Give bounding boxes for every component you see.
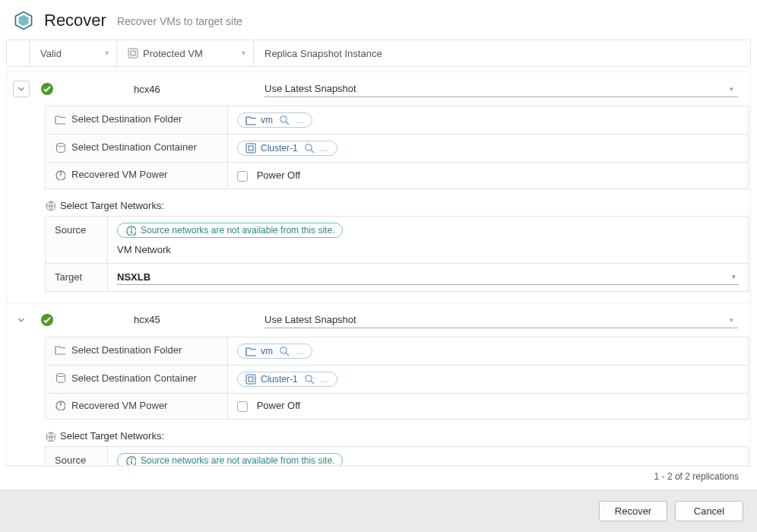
search-icon[interactable]: [279, 346, 290, 356]
info-icon: [125, 455, 136, 466]
power-off-checkbox[interactable]: [237, 401, 248, 412]
dialog-footer: Recover Cancel: [0, 489, 757, 532]
expand-toggle[interactable]: [13, 312, 30, 328]
source-network-info: Source networks are not available from t…: [117, 223, 343, 238]
chevron-down-icon: [16, 315, 27, 325]
datastore-icon: [55, 142, 65, 153]
power-icon: [55, 400, 65, 410]
vm-power-label: Recovered VM Power: [71, 400, 167, 411]
snapshot-value: Use Latest Snapshot: [264, 81, 738, 97]
status-ok-icon: [40, 313, 54, 327]
dest-folder-pill[interactable]: vm …: [237, 112, 312, 128]
net-source-label: Source: [46, 447, 108, 466]
power-icon: [55, 169, 65, 180]
cancel-button[interactable]: Cancel: [675, 501, 743, 521]
folder-icon: [55, 344, 65, 355]
source-network-info: Source networks are not available from t…: [117, 453, 343, 466]
dest-container-pill[interactable]: Cluster-1 …: [237, 141, 337, 156]
snapshot-value: Use Latest Snapshot: [264, 312, 738, 328]
vm-detail: Select Destination Folder vm … Select De…: [7, 106, 749, 302]
power-off-label: Power Off: [257, 400, 301, 411]
target-network-value: NSXLB: [117, 271, 150, 283]
folder-icon: [245, 346, 256, 356]
snapshot-selector[interactable]: Use Latest Snapshot ▾: [264, 312, 738, 328]
cluster-icon: [245, 143, 256, 154]
chevron-down-icon: [16, 84, 27, 94]
expand-toggle[interactable]: [13, 81, 30, 97]
info-icon: [125, 225, 136, 236]
filter-icon: ▼: [103, 49, 110, 57]
datastore-icon: [55, 372, 65, 383]
source-network-name: VM Network: [117, 242, 739, 257]
vm-row-header: hcx45 Use Latest Snapshot ▾: [7, 303, 749, 337]
search-icon[interactable]: [279, 115, 290, 125]
vm-power-label: Recovered VM Power: [71, 169, 167, 180]
folder-icon: [245, 115, 256, 125]
filter-expand-placeholder: [7, 40, 30, 66]
net-target-label: Target: [46, 264, 108, 291]
dest-container-label: Select Destination Container: [71, 141, 197, 153]
filter-protected-vm[interactable]: Protected VM ▼: [117, 40, 254, 66]
power-off-checkbox[interactable]: [237, 171, 248, 182]
net-source-label: Source: [46, 217, 108, 263]
target-network-selector[interactable]: NSXLB ▾: [117, 270, 739, 285]
vm-block: hcx46 Use Latest Snapshot ▾ Select Desti…: [7, 71, 749, 302]
cluster-icon: [245, 374, 256, 385]
dest-container-pill[interactable]: Cluster-1 …: [237, 372, 337, 387]
vm-block: hcx45 Use Latest Snapshot ▾ Select Desti…: [7, 302, 749, 467]
filter-valid-label: Valid: [40, 48, 62, 59]
recover-button[interactable]: Recover: [599, 501, 667, 521]
dest-folder-label: Select Destination Folder: [71, 113, 182, 125]
chevron-down-icon: ▾: [730, 316, 733, 324]
recover-dialog: Recover Recover VMs to target site Valid…: [0, 0, 757, 532]
vm-list-scroll[interactable]: hcx46 Use Latest Snapshot ▾ Select Desti…: [6, 71, 751, 466]
filter-valid[interactable]: Valid ▼: [30, 40, 117, 66]
globe-icon: [45, 431, 55, 442]
dialog-subtitle: Recover VMs to target site: [117, 15, 242, 27]
vm-name: hcx46: [120, 84, 257, 95]
svg-marker-13: [19, 15, 29, 27]
chevron-down-icon: ▾: [730, 85, 733, 93]
recover-logo-icon: [14, 11, 33, 30]
vm-detail: Select Destination Folder vm … Select De…: [7, 337, 749, 467]
dest-container-value: Cluster-1: [261, 374, 298, 385]
snapshot-selector[interactable]: Use Latest Snapshot ▾: [264, 81, 738, 97]
status-ok-icon: [40, 82, 54, 96]
search-icon[interactable]: [304, 143, 315, 154]
chevron-down-icon: ▾: [732, 273, 736, 280]
filter-snapshot-label: Replica Snapshot Instance: [264, 48, 382, 59]
target-networks-header: Select Target Networks:: [45, 200, 749, 211]
pagination-label: 1 - 2 of 2 replications: [6, 466, 751, 489]
dest-container-value: Cluster-1: [261, 143, 298, 154]
filter-snapshot-header: Replica Snapshot Instance: [254, 40, 750, 66]
folder-icon: [55, 114, 65, 125]
target-networks-header: Select Target Networks:: [45, 430, 749, 442]
search-icon[interactable]: [304, 374, 315, 385]
filter-protected-label: Protected VM: [143, 48, 203, 59]
dialog-title: Recover: [44, 11, 106, 30]
vm-row-header: hcx46 Use Latest Snapshot ▾: [7, 72, 749, 106]
dest-folder-value: vm: [261, 115, 273, 125]
power-off-label: Power Off: [257, 169, 301, 181]
dialog-header: Recover Recover VMs to target site: [0, 0, 757, 40]
dest-container-label: Select Destination Container: [71, 372, 197, 384]
filter-icon: ▼: [240, 49, 247, 57]
dest-folder-value: vm: [261, 346, 273, 356]
dest-folder-pill[interactable]: vm …: [237, 344, 312, 359]
vm-icon: [128, 48, 138, 59]
dest-folder-label: Select Destination Folder: [71, 344, 182, 356]
vm-name: hcx45: [120, 314, 257, 325]
filter-bar: Valid ▼ Protected VM ▼ Replica Snapshot …: [6, 40, 751, 67]
globe-icon: [45, 200, 55, 211]
